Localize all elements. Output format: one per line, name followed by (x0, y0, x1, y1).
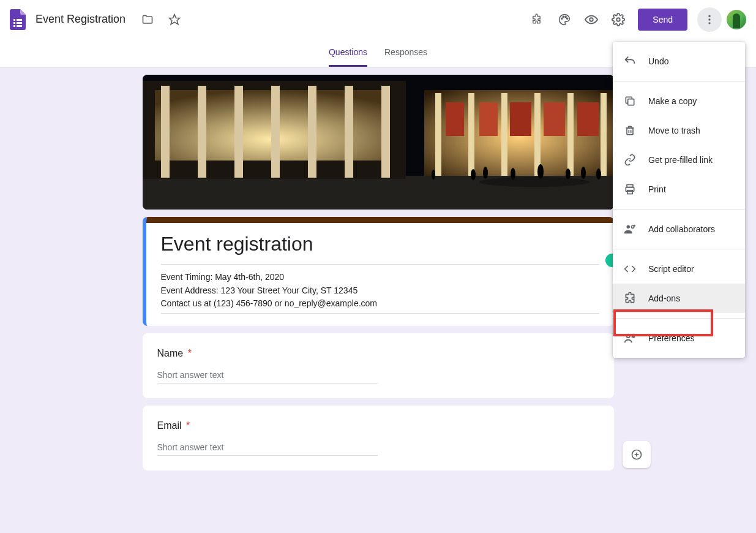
code-icon (623, 262, 637, 276)
menu-label: Undo (648, 56, 668, 66)
menu-separator (613, 249, 745, 249)
more-menu: Undo Make a copy Move to trash Get pre-f… (613, 42, 745, 358)
svg-rect-2 (13, 22, 15, 24)
svg-rect-23 (234, 86, 243, 178)
svg-point-11 (590, 18, 594, 21)
print-icon (623, 182, 637, 197)
svg-point-15 (708, 22, 710, 24)
preview-icon[interactable] (579, 7, 604, 32)
svg-point-12 (617, 18, 621, 21)
menu-move-to-trash[interactable]: Move to trash (613, 116, 745, 145)
svg-rect-36 (479, 102, 498, 136)
menu-make-copy[interactable]: Make a copy (613, 86, 745, 116)
svg-rect-30 (468, 93, 474, 176)
menu-separator (613, 81, 745, 81)
question-toolbar (623, 441, 651, 468)
svg-point-41 (483, 167, 488, 179)
svg-rect-39 (577, 102, 599, 136)
document-title[interactable]: Event Registration (36, 13, 125, 26)
form-title[interactable]: Event registration (161, 230, 599, 255)
question-card[interactable]: Email * Short answer text (143, 406, 614, 471)
svg-rect-5 (17, 25, 22, 27)
menu-preferences[interactable]: Preferences (613, 323, 745, 353)
menu-separator (613, 318, 745, 319)
menu-separator (613, 209, 745, 210)
svg-point-9 (565, 16, 566, 17)
tab-questions[interactable]: Questions (329, 39, 367, 67)
svg-point-47 (432, 170, 435, 180)
question-label: Name * (157, 348, 599, 359)
menu-label: Get pre-filled link (648, 155, 713, 165)
form-area: Event registration Event Timing: May 4th… (143, 75, 614, 471)
svg-point-44 (566, 168, 571, 180)
svg-rect-29 (435, 93, 441, 176)
forms-logo-icon[interactable] (10, 9, 26, 31)
svg-point-10 (567, 18, 568, 19)
add-collaborators-icon (623, 222, 637, 236)
svg-rect-53 (627, 128, 633, 135)
menu-add-collaborators[interactable]: Add collaborators (613, 214, 745, 244)
form-title-card[interactable]: Event registration Event Timing: May 4th… (143, 217, 614, 326)
svg-point-48 (479, 177, 589, 187)
svg-marker-6 (170, 14, 180, 24)
trash-icon (623, 123, 637, 138)
menu-addons[interactable]: Add-ons (613, 284, 745, 313)
required-star-icon: * (188, 348, 192, 358)
svg-rect-35 (446, 102, 464, 136)
addons-icon[interactable] (525, 7, 550, 32)
menu-label: Make a copy (648, 96, 697, 106)
puzzle-icon (623, 291, 637, 306)
question-card[interactable]: Name * Short answer text (143, 333, 614, 398)
form-description[interactable]: Event Timing: May 4th-6th, 2020 Event Ad… (161, 264, 599, 314)
svg-rect-38 (544, 102, 565, 136)
move-to-folder-icon[interactable] (135, 7, 160, 32)
copy-icon (623, 94, 637, 108)
menu-label: Add collaborators (648, 224, 715, 234)
short-answer-input[interactable]: Short answer text (157, 442, 378, 456)
svg-point-61 (627, 335, 631, 338)
svg-rect-31 (501, 93, 507, 176)
settings-gear-icon[interactable] (606, 7, 631, 32)
account-avatar[interactable] (727, 10, 746, 29)
svg-rect-24 (271, 86, 280, 178)
required-star-icon: * (186, 420, 190, 431)
svg-rect-25 (308, 86, 316, 178)
svg-rect-26 (345, 86, 353, 178)
question-text: Name (157, 348, 184, 358)
menu-label: Add-ons (648, 293, 680, 303)
svg-point-43 (537, 164, 544, 179)
menu-label: Print (648, 184, 666, 194)
app-header: Event Registration Send (0, 0, 756, 39)
undo-icon (623, 54, 637, 69)
menu-undo[interactable]: Undo (613, 47, 745, 76)
star-icon[interactable] (162, 7, 187, 32)
svg-rect-52 (628, 99, 634, 105)
svg-rect-3 (17, 22, 22, 24)
send-button[interactable]: Send (638, 9, 687, 31)
svg-point-13 (708, 15, 710, 17)
svg-point-14 (708, 18, 710, 20)
palette-icon[interactable] (552, 7, 577, 32)
svg-point-7 (561, 18, 563, 19)
question-label: Email * (157, 420, 599, 431)
link-icon (623, 153, 637, 167)
menu-label: Script editor (648, 264, 694, 274)
svg-rect-34 (601, 93, 607, 176)
svg-rect-22 (198, 86, 206, 178)
svg-point-46 (596, 168, 601, 180)
menu-get-prefilled-link[interactable]: Get pre-filled link (613, 145, 745, 175)
svg-rect-21 (161, 86, 170, 178)
svg-rect-37 (510, 102, 531, 136)
svg-rect-33 (567, 93, 574, 176)
svg-rect-32 (534, 93, 541, 176)
question-text: Email (157, 420, 182, 431)
tab-responses[interactable]: Responses (384, 39, 427, 67)
add-question-icon[interactable] (624, 445, 649, 464)
form-header-image[interactable] (143, 75, 614, 210)
menu-print[interactable]: Print (613, 175, 745, 204)
svg-point-8 (563, 16, 564, 17)
more-button[interactable] (697, 7, 722, 32)
menu-script-editor[interactable]: Script editor (613, 254, 745, 284)
menu-label: Move to trash (648, 126, 700, 135)
short-answer-input[interactable]: Short answer text (157, 370, 378, 384)
